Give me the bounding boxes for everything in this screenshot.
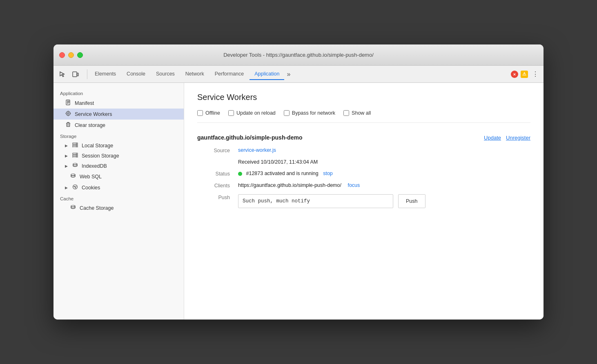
show-all-label: Show all: [352, 110, 371, 116]
bypass-for-network-label: Bypass for network: [292, 110, 335, 116]
toolbar-icons: [57, 69, 81, 80]
clients-url: https://gauntface.github.io/simple-push-…: [238, 182, 341, 188]
tab-elements[interactable]: Elements: [90, 69, 121, 80]
push-button[interactable]: Push: [398, 194, 425, 208]
cache-storage-label: Cache Storage: [80, 205, 114, 211]
sidebar-item-cookies[interactable]: ▶ Cookies: [53, 182, 184, 193]
focus-link[interactable]: focus: [348, 182, 360, 188]
svg-point-33: [76, 186, 76, 186]
update-on-reload-checkbox[interactable]: [228, 110, 234, 116]
cookies-icon: [72, 184, 78, 191]
tab-console[interactable]: Console: [122, 69, 150, 80]
service-workers-label: Service Workers: [75, 111, 112, 117]
sidebar-item-indexeddb[interactable]: ▶ IndexedDB: [53, 161, 184, 171]
minimize-button[interactable]: [68, 52, 74, 58]
status-dot: [238, 172, 242, 176]
svg-rect-0: [73, 72, 77, 77]
update-on-reload-checkbox-container[interactable]: Update on reload: [228, 110, 276, 116]
device-toolbar-button[interactable]: [70, 69, 81, 80]
show-all-checkbox[interactable]: [343, 110, 349, 116]
stop-link[interactable]: stop: [323, 171, 333, 176]
more-tabs-button[interactable]: »: [285, 71, 292, 78]
sw-header: gauntface.github.io/simple-push-demo Upd…: [197, 134, 530, 141]
service-worker-entry: gauntface.github.io/simple-push-demo Upd…: [197, 134, 530, 208]
clear-storage-icon: [65, 122, 71, 129]
tab-network[interactable]: Network: [180, 69, 209, 80]
offline-checkbox-container[interactable]: Offline: [197, 110, 220, 116]
status-text: #12873 activated and is running: [246, 171, 318, 176]
svg-point-35: [71, 207, 75, 209]
devtools-window: Developer Tools - https://gauntface.gith…: [53, 44, 544, 320]
update-on-reload-label: Update on reload: [236, 110, 276, 116]
push-row: Push: [238, 194, 530, 208]
traffic-lights: [59, 52, 83, 58]
cursor-tool-button[interactable]: [57, 69, 68, 80]
manifest-icon: [65, 100, 71, 107]
sidebar-item-cache-storage[interactable]: Cache Storage: [53, 203, 184, 213]
sidebar-item-manifest[interactable]: Manifest: [53, 98, 184, 109]
svg-point-7: [67, 113, 69, 114]
sw-unregister-link[interactable]: Unregister: [506, 135, 530, 141]
close-button[interactable]: [59, 52, 65, 58]
web-sql-icon: [70, 173, 76, 180]
indexeddb-expand-icon: ▶: [65, 164, 68, 168]
clients-label: Clients: [205, 182, 238, 189]
svg-point-30: [73, 185, 78, 189]
bypass-for-network-checkbox[interactable]: [284, 110, 290, 116]
checkboxes-row: Offline Update on reload Bypass for netw…: [197, 110, 530, 123]
local-storage-expand-icon: ▶: [65, 144, 68, 148]
svg-point-31: [74, 186, 75, 187]
svg-point-29: [71, 175, 75, 177]
svg-rect-20: [73, 153, 78, 154]
sw-actions: Update Unregister: [484, 135, 530, 141]
svg-point-6: [66, 111, 70, 115]
bypass-for-network-checkbox-container[interactable]: Bypass for network: [284, 110, 335, 116]
received-label: [205, 159, 238, 165]
svg-point-28: [71, 174, 75, 175]
service-workers-icon: [65, 111, 71, 118]
sw-update-link[interactable]: Update: [484, 135, 501, 141]
toolbar-right: × ⚠ ⋮: [511, 70, 540, 78]
svg-point-32: [75, 187, 76, 188]
tabs-container: Elements Console Sources Network Perform…: [90, 69, 511, 80]
local-storage-icon: [72, 142, 78, 149]
sidebar-item-local-storage[interactable]: ▶ Local Storage: [53, 140, 184, 151]
tab-application[interactable]: Application: [249, 69, 284, 80]
main-panel: Service Workers Offline Update on reload…: [184, 83, 544, 320]
source-file-link[interactable]: service-worker.js: [238, 147, 276, 153]
sw-origin: gauntface.github.io/simple-push-demo: [197, 134, 302, 141]
sidebar-storage-heading: Storage: [53, 131, 184, 140]
sw-details: Source service-worker.js Received 10/10/…: [205, 147, 530, 208]
session-storage-label: Session Storage: [82, 153, 119, 159]
clear-storage-label: Clear storage: [75, 122, 105, 128]
maximize-button[interactable]: [77, 52, 83, 58]
web-sql-label: Web SQL: [80, 174, 102, 180]
source-label: Source: [205, 147, 238, 153]
push-input[interactable]: [238, 194, 393, 208]
cache-storage-icon: [70, 205, 76, 211]
show-all-checkbox-container[interactable]: Show all: [343, 110, 371, 116]
session-storage-expand-icon: ▶: [65, 154, 68, 158]
sidebar-item-service-workers[interactable]: Service Workers: [53, 109, 184, 120]
local-storage-label: Local Storage: [82, 143, 113, 149]
sidebar: Application Manifest: [53, 83, 184, 320]
offline-checkbox[interactable]: [197, 110, 203, 116]
sidebar-item-web-sql[interactable]: Web SQL: [53, 171, 184, 182]
toolbar: Elements Console Sources Network Perform…: [53, 66, 544, 83]
panel-title: Service Workers: [197, 93, 530, 102]
received-value: Received 10/10/2017, 11:43:04 AM: [238, 159, 530, 165]
svg-point-34: [71, 205, 75, 207]
sidebar-item-session-storage[interactable]: ▶ Session Storage: [53, 151, 184, 161]
sidebar-item-clear-storage[interactable]: Clear storage: [53, 120, 184, 131]
window-title: Developer Tools - https://gauntface.gith…: [223, 52, 374, 58]
svg-rect-1: [77, 73, 78, 76]
tab-sources[interactable]: Sources: [151, 69, 180, 80]
more-options-button[interactable]: ⋮: [530, 70, 540, 78]
tab-performance[interactable]: Performance: [210, 69, 249, 80]
error-badge[interactable]: ×: [511, 71, 518, 78]
offline-label: Offline: [205, 110, 220, 116]
warning-badge[interactable]: ⚠: [521, 71, 528, 78]
status-value: #12873 activated and is running stop: [238, 171, 530, 177]
status-label: Status: [205, 171, 238, 177]
indexeddb-label: IndexedDB: [82, 163, 107, 169]
